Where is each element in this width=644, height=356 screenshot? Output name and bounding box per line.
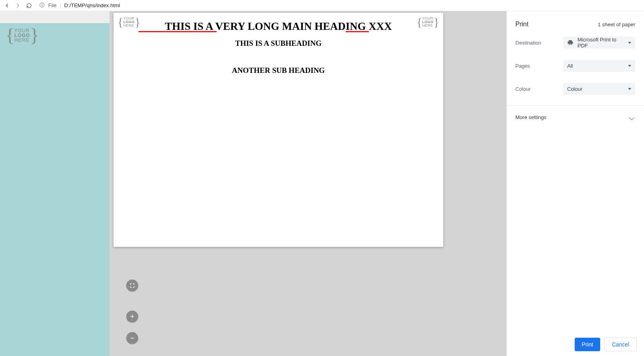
colour-value: Colour <box>567 86 582 92</box>
logo-line: HERE <box>14 38 30 43</box>
svg-rect-1 <box>42 4 42 6</box>
preview-sub-heading: THIS IS A SUBHEADING <box>117 39 440 48</box>
print-button[interactable]: Print <box>575 338 601 351</box>
destination-dropdown[interactable]: Microsoft Print to PDF <box>563 37 635 49</box>
browser-toolbar: File | D:/TEMP/qns/index.html <box>0 0 644 11</box>
logo-line: HERE <box>123 24 135 27</box>
pages-dropdown[interactable]: All <box>563 60 635 72</box>
print-preview-area[interactable]: { YOUR LOGO HERE } { <box>110 11 507 356</box>
print-settings-panel: Print 1 sheet of paper Destination Micro… <box>507 11 644 356</box>
divider <box>507 105 644 106</box>
page-logo: { YOUR LOGO HERE } <box>6 26 39 45</box>
printer-icon <box>567 39 574 46</box>
back-button[interactable] <box>3 2 10 9</box>
chevron-down-icon <box>628 88 631 90</box>
preview-zoom-controls: + − <box>126 280 138 344</box>
annotation-underline <box>346 31 369 32</box>
fit-icon <box>129 283 135 288</box>
fit-to-page-button[interactable] <box>126 280 138 291</box>
colour-dropdown[interactable]: Colour <box>563 83 635 95</box>
annotation-underline <box>139 31 217 32</box>
pages-label: Pages <box>515 63 563 69</box>
chevron-down-icon <box>628 42 631 44</box>
colour-label: Colour <box>515 86 563 92</box>
plus-icon: + <box>130 313 135 321</box>
print-dialog: { YOUR LOGO HERE } { <box>110 11 644 356</box>
chevron-down-icon <box>629 114 634 120</box>
sheet-count: 1 sheet of paper <box>598 22 635 27</box>
info-icon <box>39 2 45 9</box>
destination-value: Microsoft Print to PDF <box>577 37 628 49</box>
more-settings-label: More settings <box>515 114 546 120</box>
preview-logo-right: { YOUR LOGO HERE } <box>417 16 439 28</box>
preview-page: { YOUR LOGO HERE } { <box>114 13 443 247</box>
url-scheme-label: File <box>48 2 57 8</box>
cancel-button-label: Cancel <box>612 341 629 348</box>
minus-icon: − <box>130 334 135 342</box>
print-button-label: Print <box>582 341 593 348</box>
page-teal-band: { YOUR LOGO HERE } <box>0 23 110 356</box>
preview-sub-heading-2: ANOTHER SUB HEADING <box>117 66 440 75</box>
reload-button[interactable] <box>25 2 33 9</box>
cancel-button[interactable]: Cancel <box>604 338 637 351</box>
destination-label: Destination <box>515 40 563 46</box>
chevron-down-icon <box>628 65 631 67</box>
pages-value: All <box>567 63 573 69</box>
zoom-in-button[interactable]: + <box>126 311 138 323</box>
url-text: D:/TEMP/qns/index.html <box>64 2 120 8</box>
print-title: Print <box>515 21 529 28</box>
address-bar[interactable]: File | D:/TEMP/qns/index.html <box>39 2 120 9</box>
zoom-out-button[interactable]: − <box>126 332 138 344</box>
preview-logo-left: { YOUR LOGO HERE } <box>117 16 140 28</box>
svg-rect-2 <box>42 3 42 4</box>
more-settings-toggle[interactable]: More settings <box>507 107 644 127</box>
url-separator: | <box>60 2 61 8</box>
forward-button[interactable] <box>14 2 22 9</box>
logo-line: HERE <box>422 24 434 27</box>
